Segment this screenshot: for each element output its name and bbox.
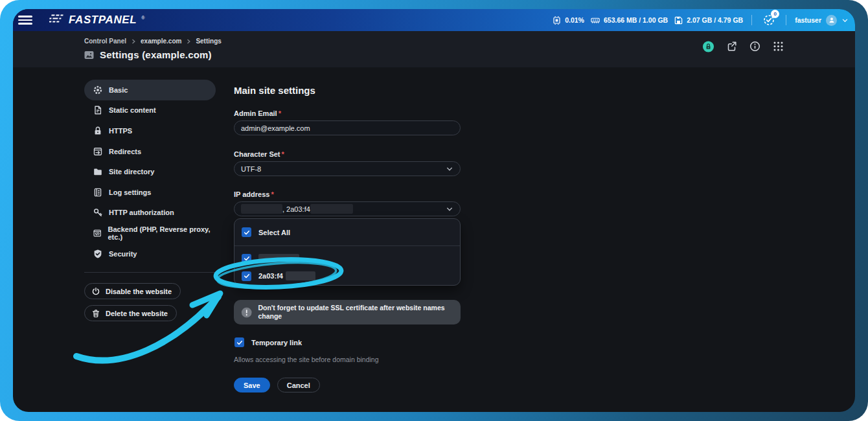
gear-icon bbox=[93, 85, 103, 95]
select-all-label: Select All bbox=[258, 229, 290, 236]
page-title: Settings (example.com) bbox=[100, 49, 212, 60]
ip-option-1[interactable] bbox=[234, 251, 460, 266]
cpu-icon bbox=[552, 16, 562, 25]
open-site-button[interactable] bbox=[725, 40, 738, 52]
chevron-down-icon bbox=[841, 17, 849, 24]
topbar-separator bbox=[751, 15, 752, 25]
form-actions: Save Cancel bbox=[234, 378, 320, 393]
cpu-usage: 0.01% bbox=[552, 16, 584, 25]
sidebar-divider bbox=[84, 272, 216, 273]
site-status-button[interactable] bbox=[702, 40, 714, 52]
main-content: Main site settings Admin Email* Characte… bbox=[234, 9, 462, 412]
breadcrumb: Control Panel example.com Settings bbox=[84, 38, 222, 45]
temporary-link-hint: Allows accessing the site before domain … bbox=[234, 356, 379, 363]
sidebar-item-security[interactable]: Security bbox=[84, 244, 216, 264]
ram-usage: 653.66 MB / 1.00 GB bbox=[590, 16, 668, 25]
breadcrumb-domain[interactable]: example.com bbox=[141, 38, 181, 45]
cpu-value: 0.01% bbox=[565, 16, 584, 24]
topbar-separator bbox=[786, 15, 786, 25]
redacted-ip-box bbox=[286, 271, 315, 280]
checkbox-checked[interactable] bbox=[242, 227, 251, 237]
disable-website-button[interactable]: Disable the website bbox=[84, 283, 181, 299]
ram-value: 653.66 MB / 1.00 GB bbox=[604, 16, 668, 24]
section-heading: Main site settings bbox=[234, 85, 315, 96]
ip-dropdown-panel: Select All 2a03:f bbox=[234, 218, 461, 286]
save-button[interactable]: Save bbox=[234, 378, 270, 393]
menu-icon[interactable] bbox=[18, 16, 32, 25]
sidebar-item-label: HTTP authorization bbox=[109, 209, 174, 216]
user-menu[interactable]: fastuser bbox=[795, 15, 849, 26]
check-icon bbox=[244, 273, 250, 279]
lock-icon bbox=[93, 126, 103, 136]
desktop-background: FASTPANEL® 0.01% bbox=[0, 0, 868, 421]
key-icon bbox=[93, 207, 103, 218]
disk-icon bbox=[674, 16, 683, 25]
info-button[interactable] bbox=[749, 40, 761, 52]
topbar-stats: 0.01% 653.66 MB / 1.00 GB bbox=[552, 12, 849, 28]
sidebar-item-label: Backend (PHP, Reverse proxy, etc.) bbox=[108, 225, 216, 241]
select-all-option[interactable]: Select All bbox=[234, 219, 460, 246]
sidebar-item-redirects[interactable]: Redirects bbox=[84, 141, 216, 162]
folder-icon bbox=[93, 166, 103, 177]
checkbox-checked[interactable] bbox=[234, 337, 244, 347]
chevron-right-icon bbox=[131, 39, 136, 44]
ip-address-select[interactable]: , 2a03:f4 bbox=[234, 201, 461, 216]
temporary-link-label: Temporary link bbox=[251, 339, 302, 347]
sidebar-item-label: HTTPS bbox=[109, 127, 132, 135]
temporary-link-toggle[interactable]: Temporary link bbox=[234, 337, 302, 347]
cancel-button[interactable]: Cancel bbox=[277, 378, 320, 393]
admin-email-label: Admin Email* bbox=[234, 109, 281, 117]
username: fastuser bbox=[795, 16, 821, 24]
ssl-alert-text: Don't forget to update SSL certificate a… bbox=[258, 304, 453, 320]
check-icon bbox=[244, 229, 250, 236]
chevron-right-icon bbox=[186, 39, 191, 44]
breadcrumb-control-panel[interactable]: Control Panel bbox=[84, 38, 126, 45]
ip-visible-value: , 2a03:f4 bbox=[282, 205, 310, 213]
notifications-button[interactable]: 0 bbox=[760, 12, 777, 28]
sidebar-item-log-settings[interactable]: Log settings bbox=[84, 182, 216, 203]
redacted-ip-box bbox=[310, 204, 353, 214]
delete-website-button[interactable]: Delete the website bbox=[84, 305, 177, 321]
ssl-alert: Don't forget to update SSL certificate a… bbox=[234, 300, 461, 324]
sidebar-item-site-directory[interactable]: Site directory bbox=[84, 161, 216, 182]
check-icon bbox=[244, 255, 250, 262]
checkbox-checked[interactable] bbox=[242, 254, 251, 264]
sidebar-item-label: Basic bbox=[109, 86, 128, 94]
disk-usage: 2.07 GB / 4.79 GB bbox=[674, 16, 743, 25]
apps-grid-button[interactable] bbox=[772, 40, 784, 52]
chevron-down-icon bbox=[446, 165, 453, 173]
logo-sliders-icon bbox=[49, 14, 65, 23]
file-icon bbox=[93, 105, 103, 115]
logo-text: FASTPANEL bbox=[69, 14, 137, 27]
admin-email-input[interactable] bbox=[234, 120, 461, 135]
user-icon bbox=[828, 16, 836, 24]
code-icon bbox=[93, 228, 102, 238]
ram-icon bbox=[590, 16, 600, 25]
sidebar-item-backend[interactable]: Backend (PHP, Reverse proxy, etc.) bbox=[84, 223, 216, 244]
charset-select[interactable]: UTF-8 bbox=[234, 161, 461, 176]
sidebar-item-http-authorization[interactable]: HTTP authorization bbox=[84, 203, 216, 223]
avatar bbox=[826, 15, 837, 26]
redirect-icon bbox=[93, 146, 103, 157]
sidebar-item-label: Log settings bbox=[109, 188, 151, 196]
disable-website-label: Disable the website bbox=[106, 288, 172, 295]
sidebar-item-static-content[interactable]: Static content bbox=[84, 100, 216, 121]
redacted-ip-box bbox=[258, 254, 299, 263]
notification-badge: 0 bbox=[771, 10, 779, 18]
sidebar-item-basic[interactable]: Basic bbox=[84, 80, 216, 100]
power-icon bbox=[91, 287, 100, 296]
checkbox-checked[interactable] bbox=[242, 271, 251, 281]
fastpanel-logo[interactable]: FASTPANEL® bbox=[49, 14, 144, 27]
sidebar-item-label: Static content bbox=[109, 106, 156, 114]
delete-website-label: Delete the website bbox=[106, 310, 168, 317]
disk-value: 2.07 GB / 4.79 GB bbox=[687, 16, 743, 24]
redacted-ip-box bbox=[241, 204, 282, 214]
shield-icon bbox=[93, 249, 103, 259]
title-row: Settings (example.com) bbox=[84, 49, 212, 60]
sidebar-item-https[interactable]: HTTPS bbox=[84, 120, 216, 141]
breadcrumb-settings[interactable]: Settings bbox=[196, 38, 221, 45]
ip-option-2[interactable]: 2a03:f4 bbox=[234, 268, 460, 284]
site-image-icon bbox=[84, 51, 94, 60]
ip-address-label: IP address* bbox=[234, 190, 274, 198]
sidebar-item-label: Site directory bbox=[109, 168, 154, 176]
